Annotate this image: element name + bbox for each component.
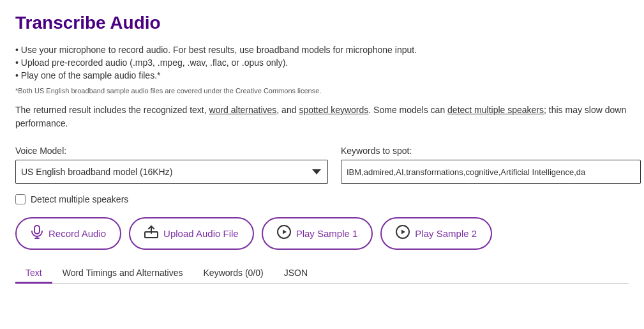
page-title: Transcribe Audio — [15, 13, 629, 33]
bullet-1: • Use your microphone to record audio. F… — [15, 45, 629, 55]
record-audio-label: Record Audio — [49, 228, 106, 239]
tab-word-timings[interactable]: Word Timings and Alternatives — [52, 263, 193, 283]
bullet-list: • Use your microphone to record audio. F… — [15, 45, 629, 80]
tab-json[interactable]: JSON — [274, 263, 318, 283]
upload-audio-label: Upload Audio File — [163, 228, 239, 239]
spotted-keywords-link[interactable]: spotted keywords — [299, 105, 368, 115]
svg-rect-0 — [34, 226, 40, 234]
detect-speakers-checkbox[interactable] — [15, 194, 26, 204]
bullet-3: • Play one of the sample audio files.* — [15, 70, 629, 80]
record-audio-button[interactable]: Record Audio — [15, 217, 121, 250]
description: The returned result includes the recogni… — [15, 103, 629, 130]
play-sample-1-button[interactable]: Play Sample 1 — [262, 217, 373, 250]
upload-icon — [144, 226, 158, 241]
keywords-group: Keywords to spot: — [341, 146, 641, 184]
action-buttons-row: Record Audio Upload Audio File Play Samp… — [15, 217, 629, 250]
detect-multiple-speakers-link[interactable]: detect multiple speakers — [447, 105, 544, 115]
upload-audio-button[interactable]: Upload Audio File — [129, 217, 254, 250]
microphone-icon — [31, 225, 43, 242]
detect-speakers-label[interactable]: Detect multiple speakers — [31, 194, 128, 204]
footnote: *Both US English broadband sample audio … — [15, 87, 629, 95]
keywords-label: Keywords to spot: — [341, 146, 641, 156]
voice-model-group: Voice Model: US English broadband model … — [15, 146, 328, 184]
play-1-icon — [277, 225, 291, 242]
voice-model-select[interactable]: US English broadband model (16KHz)US Eng… — [15, 160, 328, 184]
keywords-input[interactable] — [341, 160, 641, 184]
play-sample-2-label: Play Sample 2 — [415, 228, 477, 239]
tab-text[interactable]: Text — [15, 263, 52, 283]
tabs-bar: Text Word Timings and Alternatives Keywo… — [15, 263, 629, 284]
word-alternatives-link[interactable]: word alternatives — [209, 105, 277, 115]
play-sample-2-button[interactable]: Play Sample 2 — [380, 217, 492, 250]
play-2-icon — [396, 225, 410, 242]
form-row: Voice Model: US English broadband model … — [15, 146, 629, 184]
detect-speakers-row: Detect multiple speakers — [15, 194, 629, 204]
voice-model-label: Voice Model: — [15, 146, 328, 156]
bullet-2: • Upload pre-recorded audio (.mp3, .mpeg… — [15, 57, 629, 68]
tab-keywords[interactable]: Keywords (0/0) — [193, 263, 274, 283]
play-sample-1-label: Play Sample 1 — [296, 228, 358, 239]
